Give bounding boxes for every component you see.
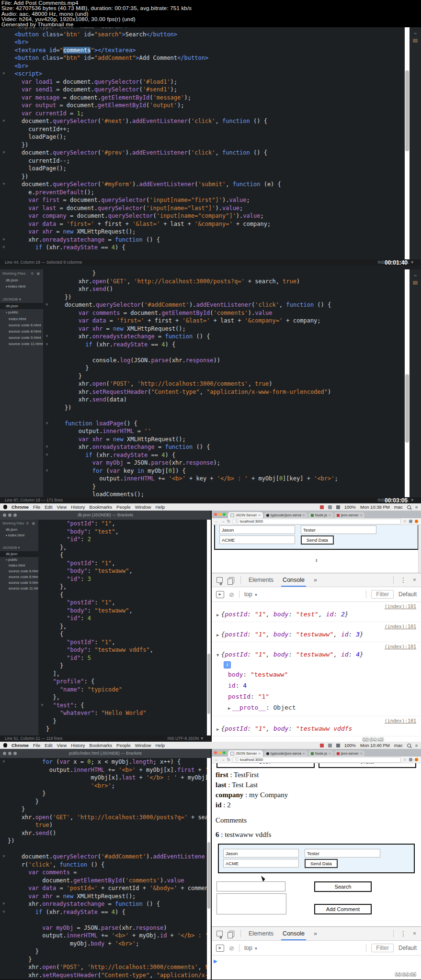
statusbar-mode[interactable]: INS UTF-8 JSON ▼ (168, 735, 204, 742)
scrollbar-thumb[interactable] (405, 374, 409, 443)
browser-tab-github[interactable]: typicode/json-serve× (264, 750, 307, 757)
live-preview-icon[interactable]: ~ (410, 273, 421, 279)
working-file-item[interactable]: db.json (0, 277, 43, 283)
close-devtools-icon[interactable]: × (413, 930, 416, 937)
minimize-window-icon[interactable] (218, 513, 221, 516)
menu-item-edit[interactable]: Edit (45, 504, 52, 510)
tab-elements[interactable]: Elements (247, 927, 275, 940)
first-name-field[interactable] (219, 525, 295, 534)
sidebar-file-item[interactable]: index.html (0, 563, 38, 568)
info-icon[interactable]: i (224, 661, 231, 668)
menu-item-people[interactable]: People (116, 743, 131, 748)
clear-console-icon[interactable]: ⊘ (229, 591, 234, 598)
console-object-preview[interactable]: ▶{postId: "1", body: "testwaww", id: 3} (216, 630, 416, 640)
browser-tab-npm[interactable]: json-server× (334, 512, 365, 518)
sidebar-file-item[interactable]: source code 6.html (0, 322, 43, 328)
reload-icon[interactable]: ↻ (227, 757, 230, 762)
sidebar-file-item[interactable]: source code 9.html (0, 334, 43, 341)
expand-arrow-icon[interactable]: ▶ (216, 633, 219, 637)
fold-icon[interactable]: ▼ (43, 301, 51, 309)
sidebar-file-item[interactable]: source code 9.html (0, 580, 38, 586)
expand-arrow-icon[interactable]: ▶ (216, 727, 219, 732)
spotlight-search-icon[interactable] (407, 744, 411, 747)
company-field[interactable] (223, 859, 299, 868)
page-scrollbar[interactable] (418, 525, 421, 573)
notification-center-icon[interactable]: ≡ (415, 743, 418, 748)
minimize-window-icon[interactable] (8, 513, 11, 517)
kebab-menu-icon[interactable]: ⋮ (400, 930, 407, 937)
folder-arrow-icon[interactable]: ▾ (6, 558, 7, 561)
code-editor[interactable]: ▼ for (var x = 0; x < myObj.length; x++)… (0, 758, 207, 980)
clear-console-icon[interactable]: ⊘ (229, 945, 234, 952)
console-sidebar-toggle-icon[interactable]: ▶ (216, 945, 224, 952)
back-icon[interactable]: ← (215, 757, 218, 762)
fold-icon[interactable]: ▼ (0, 149, 8, 157)
sidebar-settings-icons[interactable]: ⚙ ▣ (26, 521, 36, 526)
fold-icon[interactable]: ▼ (0, 908, 8, 916)
spotlight-search-icon[interactable] (407, 505, 411, 509)
menu-app-name[interactable]: Chrome (11, 743, 29, 748)
apple-logo-icon[interactable] (3, 505, 7, 509)
kebab-menu-icon[interactable]: ⋮ (400, 576, 407, 584)
fold-icon[interactable]: ▼ (43, 443, 51, 451)
send-data-button[interactable]: Send Data (301, 535, 334, 545)
more-tabs-icon[interactable]: » (312, 927, 319, 940)
scrollbar-thumb[interactable] (405, 70, 409, 151)
forward-icon[interactable]: → (221, 519, 225, 523)
next-button[interactable]: Next (319, 763, 417, 768)
close-tab-icon[interactable]: × (360, 750, 363, 757)
sidebar-file-item[interactable]: index.html (0, 316, 43, 322)
inspect-element-icon[interactable] (216, 577, 223, 583)
sidebar-file-item[interactable]: source code 8.html (0, 574, 38, 580)
window-controls[interactable] (3, 752, 17, 755)
project-header[interactable]: JSONDB ▾ (0, 544, 38, 551)
window-controls[interactable] (214, 751, 226, 754)
fold-icon[interactable]: ▼ (0, 236, 8, 244)
close-tab-icon[interactable]: × (329, 512, 331, 518)
sidebar-settings-icons[interactable]: ⚙ ▣ (31, 270, 41, 277)
search-button[interactable]: Search (314, 881, 372, 892)
notification-center-icon[interactable]: ≡ (415, 505, 418, 510)
window-controls[interactable] (214, 513, 226, 516)
console-object-preview[interactable]: ▼{postId: "1", body: "testwaww", id: 4} (216, 650, 416, 660)
zoom-window-icon[interactable] (223, 751, 226, 754)
bookmark-star-icon[interactable]: ☆ (403, 757, 407, 762)
sidebar-file-item[interactable]: source code 6.html (0, 568, 38, 574)
menu-item-file[interactable]: File (33, 743, 40, 748)
close-tab-icon[interactable]: × (303, 512, 305, 518)
fold-icon[interactable]: ▼ (0, 180, 8, 189)
prev-button[interactable]: Prev (216, 763, 315, 768)
browser-tab-doc[interactable]: JSON Server× (228, 512, 263, 518)
console-context-select[interactable]: top▼ (244, 945, 258, 951)
device-toolbar-icon[interactable] (229, 577, 234, 583)
extension-icon[interactable] (415, 520, 418, 523)
sidebar-file-item[interactable]: source code 8.html (0, 328, 43, 334)
folder-arrow-icon[interactable]: ▾ (6, 311, 7, 314)
more-tabs-icon[interactable]: » (312, 573, 319, 587)
sidebar-folder[interactable]: ▾public (0, 557, 38, 563)
console-source-link[interactable]: (index):101 (216, 644, 416, 650)
first-name-field[interactable] (223, 849, 299, 858)
editor-scrollbar[interactable] (405, 27, 410, 266)
menu-item-window[interactable]: Window (135, 743, 151, 748)
fold-icon[interactable]: ▼ (38, 702, 46, 710)
extension-icon[interactable] (409, 758, 412, 761)
scrollbar-thumb[interactable] (207, 654, 210, 714)
code-editor[interactable]: "postId": "1", "body": "test", "id": 2 }… (38, 520, 207, 735)
fold-icon[interactable]: ▼ (43, 333, 51, 341)
reload-icon[interactable]: ↻ (227, 519, 230, 523)
send-data-button[interactable]: Send Data (305, 859, 338, 868)
console-source-link[interactable]: (index):101 (216, 718, 416, 724)
browser-tab-node[interactable]: Node.js× (308, 750, 333, 757)
console-filter-input[interactable]: Filter (371, 590, 394, 599)
editor-scrollbar[interactable] (207, 758, 211, 980)
console-source-link[interactable]: (index):101 (216, 603, 416, 610)
menu-item-history[interactable]: History (71, 504, 85, 510)
console-log-levels[interactable]: Default (398, 945, 417, 951)
minimize-window-icon[interactable] (8, 752, 11, 755)
expand-arrow-icon[interactable]: ▶ (228, 706, 230, 711)
fold-icon[interactable]: ▼ (43, 341, 51, 349)
object-property-row[interactable]: id: 4 (228, 680, 416, 691)
close-window-icon[interactable] (3, 513, 6, 517)
back-icon[interactable]: ← (215, 519, 218, 523)
